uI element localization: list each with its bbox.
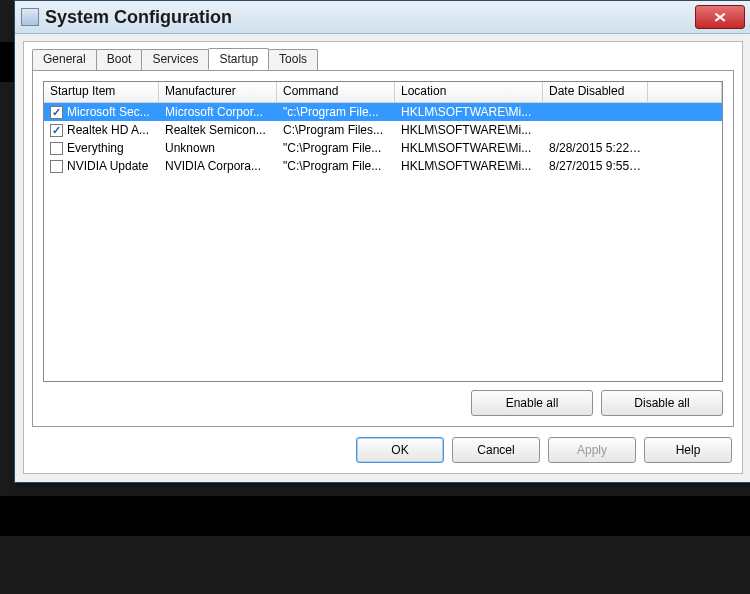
cell-location: HKLM\SOFTWARE\Mi... (395, 105, 543, 119)
tab-boot[interactable]: Boot (96, 49, 143, 71)
row-checkbox[interactable] (50, 124, 63, 137)
cell-manufacturer: NVIDIA Corpora... (159, 159, 277, 173)
cell-startup-item: NVIDIA Update (67, 159, 148, 173)
cell-location: HKLM\SOFTWARE\Mi... (395, 141, 543, 155)
cancel-button[interactable]: Cancel (452, 437, 540, 463)
tab-strip: GeneralBootServicesStartupTools (32, 48, 317, 70)
tab-tools[interactable]: Tools (268, 49, 318, 71)
window-title: System Configuration (45, 7, 695, 28)
table-row[interactable]: Realtek HD A...Realtek Semicon...C:\Prog… (44, 121, 722, 139)
col-filler (648, 82, 722, 102)
background-stripe (0, 496, 750, 536)
col-location[interactable]: Location (395, 82, 543, 102)
tab-general[interactable]: General (32, 49, 97, 71)
table-row[interactable]: Microsoft Sec...Microsoft Corpor..."c:\P… (44, 103, 722, 121)
dialog-button-row: OK Cancel Apply Help (356, 437, 732, 463)
close-button[interactable]: ✕ (695, 5, 745, 29)
ok-button[interactable]: OK (356, 437, 444, 463)
cell-date-disabled: 8/28/2015 5:22:... (543, 141, 648, 155)
disable-all-button[interactable]: Disable all (601, 390, 723, 416)
row-checkbox[interactable] (50, 106, 63, 119)
cell-command: "C:\Program File... (277, 159, 395, 173)
cell-manufacturer: Realtek Semicon... (159, 123, 277, 137)
col-startup-item[interactable]: Startup Item (44, 82, 159, 102)
col-manufacturer[interactable]: Manufacturer (159, 82, 277, 102)
tab-services[interactable]: Services (141, 49, 209, 71)
col-date-disabled[interactable]: Date Disabled (543, 82, 648, 102)
cell-manufacturer: Microsoft Corpor... (159, 105, 277, 119)
cell-startup-item: Realtek HD A... (67, 123, 149, 137)
cell-command: C:\Program Files... (277, 123, 395, 137)
tab-startup[interactable]: Startup (208, 48, 269, 70)
tab-page-startup: Startup Item Manufacturer Command Locati… (32, 70, 734, 427)
cell-manufacturer: Unknown (159, 141, 277, 155)
cell-date-disabled: 8/27/2015 9:55:... (543, 159, 648, 173)
cell-location: HKLM\SOFTWARE\Mi... (395, 123, 543, 137)
cell-startup-item: Everything (67, 141, 124, 155)
cell-command: "C:\Program File... (277, 141, 395, 155)
help-button[interactable]: Help (644, 437, 732, 463)
col-command[interactable]: Command (277, 82, 395, 102)
tab-button-row: Enable all Disable all (471, 390, 723, 416)
table-row[interactable]: EverythingUnknown"C:\Program File...HKLM… (44, 139, 722, 157)
table-row[interactable]: NVIDIA UpdateNVIDIA Corpora..."C:\Progra… (44, 157, 722, 175)
cell-startup-item: Microsoft Sec... (67, 105, 150, 119)
cell-command: "c:\Program File... (277, 105, 395, 119)
row-checkbox[interactable] (50, 160, 63, 173)
row-checkbox[interactable] (50, 142, 63, 155)
dialog-client: GeneralBootServicesStartupTools Startup … (23, 41, 743, 474)
cell-location: HKLM\SOFTWARE\Mi... (395, 159, 543, 173)
apply-button: Apply (548, 437, 636, 463)
startup-list[interactable]: Startup Item Manufacturer Command Locati… (43, 81, 723, 382)
app-icon (21, 8, 39, 26)
column-headers[interactable]: Startup Item Manufacturer Command Locati… (44, 82, 722, 103)
close-icon: ✕ (713, 10, 727, 25)
titlebar[interactable]: System Configuration ✕ (15, 1, 750, 34)
system-configuration-dialog: System Configuration ✕ GeneralBootServic… (14, 0, 750, 483)
enable-all-button[interactable]: Enable all (471, 390, 593, 416)
